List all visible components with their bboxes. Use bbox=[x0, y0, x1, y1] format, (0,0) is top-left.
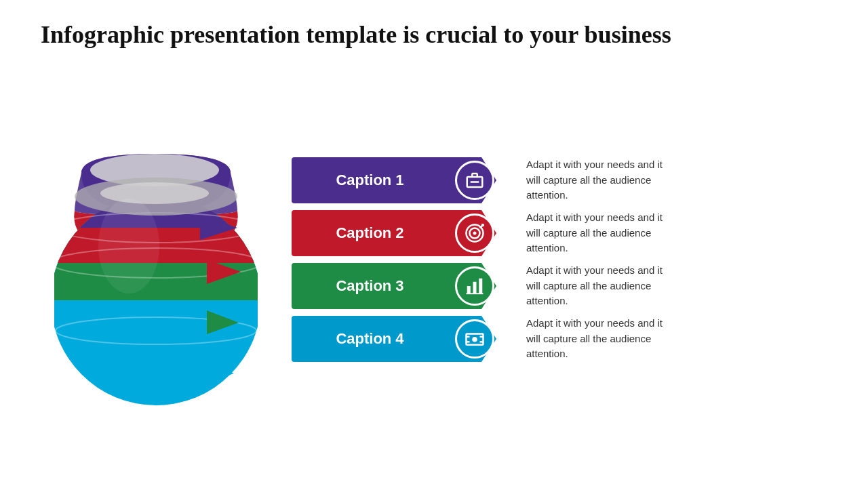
svg-point-16 bbox=[100, 182, 209, 204]
svg-rect-22 bbox=[471, 181, 479, 183]
list-item: Caption 3 Adapt it with your needs and i… bbox=[292, 263, 827, 309]
svg-rect-27 bbox=[467, 286, 471, 293]
briefcase-icon bbox=[465, 170, 485, 190]
caption-banner-1: Caption 1 bbox=[292, 157, 481, 203]
content-area: Caption 1 Adapt it with your needs and i… bbox=[41, 63, 827, 456]
money-icon bbox=[465, 329, 485, 349]
sphere-svg bbox=[54, 97, 258, 422]
icon-circle-4 bbox=[455, 319, 494, 359]
caption-label-2: Caption 2 bbox=[292, 224, 448, 242]
page-title: Infographic presentation template is cru… bbox=[41, 20, 827, 49]
target-icon bbox=[465, 223, 485, 243]
caption-description-3: Adapt it with your needs and it will cap… bbox=[526, 263, 675, 309]
caption-banner-4: Caption 4 bbox=[292, 316, 481, 362]
caption-banner-2: Caption 2 bbox=[292, 210, 481, 256]
icon-circle-1 bbox=[455, 161, 494, 200]
icon-circle-2 bbox=[455, 214, 494, 253]
caption-label-1: Caption 1 bbox=[292, 171, 448, 189]
caption-banner-3: Caption 3 bbox=[292, 263, 481, 309]
svg-point-25 bbox=[473, 232, 477, 235]
caption-label-3: Caption 3 bbox=[292, 277, 448, 295]
list-item: Caption 1 Adapt it with your needs and i… bbox=[292, 157, 827, 203]
chart-icon bbox=[465, 276, 485, 296]
caption-description-2: Adapt it with your needs and it will cap… bbox=[526, 210, 675, 256]
caption-description-4: Adapt it with your needs and it will cap… bbox=[526, 316, 675, 362]
caption-description-1: Adapt it with your needs and it will cap… bbox=[526, 157, 675, 203]
labels-area: Caption 1 Adapt it with your needs and i… bbox=[292, 157, 827, 362]
list-item: Caption 2 Adapt it with your needs and i… bbox=[292, 210, 827, 256]
svg-rect-28 bbox=[473, 282, 477, 294]
sphere-container bbox=[54, 97, 271, 422]
icon-circle-3 bbox=[455, 266, 494, 306]
caption-label-4: Caption 4 bbox=[292, 330, 448, 348]
svg-point-32 bbox=[472, 337, 477, 342]
svg-rect-29 bbox=[479, 279, 482, 294]
svg-point-21 bbox=[98, 199, 159, 293]
list-item: Caption 4 Adapt it with your needs and i… bbox=[292, 316, 827, 362]
slide: Infographic presentation template is cru… bbox=[0, 0, 868, 488]
